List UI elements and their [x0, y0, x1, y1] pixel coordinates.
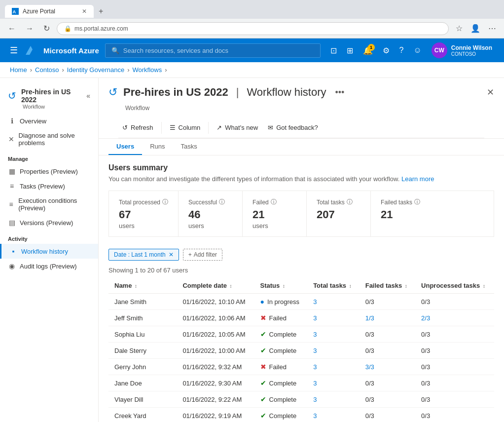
sidebar-item-tasks[interactable]: ≡ Tasks (Preview): [0, 179, 98, 193]
failed-tasks-link[interactable]: 1/3: [365, 314, 374, 322]
cloud-shell-button[interactable]: ⊡: [326, 42, 341, 59]
col-complete-date[interactable]: Complete date ↕: [177, 278, 254, 294]
user-profile[interactable]: CW Connie Wilson CONTOSO: [428, 40, 496, 60]
stat-label-total-processed: Total processed ⓘ: [119, 198, 168, 206]
refresh-button-toolbar[interactable]: ↺ Refresh: [118, 121, 157, 134]
sidebar-item-diagnose[interactable]: ✕ Diagnose and solve problems: [0, 128, 98, 150]
whats-new-button[interactable]: ↗ What's new: [213, 121, 262, 134]
total-tasks-link[interactable]: 3: [313, 396, 317, 403]
info-icon-total-processed[interactable]: ⓘ: [162, 198, 168, 206]
more-options-button[interactable]: ⋯: [485, 22, 499, 35]
feedback-button[interactable]: ☺: [409, 42, 425, 59]
info-icon-successful[interactable]: ⓘ: [219, 198, 225, 206]
col-unprocessed-tasks[interactable]: Unprocessed tasks ↕: [415, 278, 494, 294]
cell-status: ✔Complete: [254, 326, 308, 343]
col-status[interactable]: Status ↕: [254, 278, 308, 294]
unprocessed-tasks-value: 0/3: [421, 412, 430, 420]
cell-status: ✖Failed: [254, 359, 308, 375]
info-icon-failed[interactable]: ⓘ: [271, 198, 277, 206]
add-filter-button[interactable]: + Add filter: [183, 249, 222, 261]
cell-unprocessed: 2/3: [415, 310, 494, 326]
breadcrumb-home[interactable]: Home: [10, 66, 27, 74]
versions-icon: ▤: [8, 219, 16, 227]
breadcrumb-identity-governance[interactable]: Identity Governance: [67, 66, 124, 74]
main-content: ↺ Pre-hires in US 2022 | Workflow histor…: [99, 78, 504, 422]
sidebar-collapse-button[interactable]: «: [86, 92, 90, 100]
sidebar-subtitle: Workflow: [0, 104, 98, 110]
cell-name: Vlayer Dill: [108, 391, 177, 408]
properties-icon: ▦: [8, 167, 16, 175]
summary-section: Users summary You can monitor and invest…: [99, 155, 504, 245]
add-filter-icon: +: [188, 251, 192, 258]
sidebar-item-versions[interactable]: ▤ Versions (Preview): [0, 215, 98, 230]
tab-runs[interactable]: Runs: [142, 139, 173, 155]
close-tab-icon[interactable]: ✕: [82, 8, 87, 15]
column-button[interactable]: ☰ Column: [166, 121, 205, 134]
breadcrumb-workflows[interactable]: Workflows: [133, 66, 162, 74]
stat-failed: Failed ⓘ 21 users: [243, 191, 307, 236]
total-tasks-link[interactable]: 3: [313, 298, 317, 306]
sidebar-item-execution-conditions[interactable]: ≡ Execution conditions (Preview): [0, 193, 98, 215]
forward-button[interactable]: →: [23, 23, 36, 34]
breadcrumb: Home › Contoso › Identity Governance › W…: [0, 62, 504, 78]
total-tasks-link[interactable]: 3: [313, 380, 317, 387]
cell-status: ●In progress: [254, 294, 308, 310]
notifications-button[interactable]: 🔔 1: [359, 42, 377, 59]
info-icon-total-tasks[interactable]: ⓘ: [347, 198, 353, 206]
search-box[interactable]: 🔍: [105, 43, 321, 58]
col-name[interactable]: Name ↕: [108, 278, 177, 294]
cell-name: Jeff Smith: [108, 310, 177, 326]
tasks-icon: ≡: [8, 182, 16, 190]
feedback-toolbar-button[interactable]: ✉ Got feedback?: [264, 121, 322, 134]
total-tasks-link[interactable]: 3: [313, 331, 317, 338]
failed-tasks-value: 0/3: [365, 331, 374, 338]
main-layout: ↺ Pre-hires in US 2022 « Workflow ℹ Over…: [0, 78, 504, 422]
filter-chip-close[interactable]: ✕: [169, 251, 174, 258]
sidebar-item-overview[interactable]: ℹ Overview: [0, 114, 98, 128]
search-input[interactable]: [123, 47, 314, 54]
tab-users[interactable]: Users: [108, 139, 142, 155]
total-tasks-link[interactable]: 3: [313, 347, 317, 354]
cell-status: ✖Failed: [254, 310, 308, 326]
browser-tab[interactable]: A Azure Portal ✕: [5, 5, 94, 18]
hamburger-menu[interactable]: ☰: [8, 43, 20, 58]
col-failed-tasks[interactable]: Failed tasks ↕: [360, 278, 415, 294]
back-button[interactable]: ←: [5, 23, 19, 34]
sidebar-item-audit-logs[interactable]: ◉ Audit logs (Preview): [0, 259, 98, 273]
showing-text: Showing 1 to 20 of 67 users: [99, 265, 504, 278]
cell-failed: 0/3: [360, 343, 415, 359]
cell-failed: 0/3: [360, 408, 415, 422]
unprocessed-tasks-link[interactable]: 2/3: [421, 314, 430, 322]
info-icon-failed-tasks[interactable]: ⓘ: [414, 198, 420, 206]
sidebar-section-manage: Manage: [0, 150, 98, 164]
learn-more-link[interactable]: Learn more: [401, 175, 434, 183]
failed-tasks-link[interactable]: 3/3: [365, 363, 374, 371]
breadcrumb-contoso[interactable]: Contoso: [35, 66, 59, 74]
help-button[interactable]: ?: [396, 42, 408, 59]
portal-button[interactable]: ⊞: [343, 42, 357, 59]
date-filter-chip[interactable]: Date : Last 1 month ✕: [108, 249, 179, 261]
new-tab-button[interactable]: +: [94, 4, 108, 19]
refresh-button[interactable]: ↻: [40, 23, 53, 34]
sidebar-item-workflow-history[interactable]: ▪ Workflow history: [0, 244, 98, 259]
sidebar-item-properties[interactable]: ▦ Properties (Preview): [0, 164, 98, 179]
address-bar[interactable]: 🔒 ms.portal.azure.com: [57, 22, 449, 35]
cell-status: ✔Complete: [254, 343, 308, 359]
total-tasks-link[interactable]: 3: [313, 412, 317, 420]
cell-failed: 1/3: [360, 310, 415, 326]
profile-button[interactable]: 👤: [468, 22, 483, 35]
cell-name: Jane Smith: [108, 294, 177, 310]
settings-button[interactable]: ⚙: [379, 42, 394, 59]
col-total-tasks[interactable]: Total tasks ↕: [307, 278, 360, 294]
title-divider: |: [236, 86, 239, 99]
cell-failed: 0/3: [360, 326, 415, 343]
extensions-button[interactable]: ☆: [453, 22, 466, 35]
total-tasks-link[interactable]: 3: [313, 314, 317, 322]
total-tasks-link[interactable]: 3: [313, 363, 317, 371]
close-page-button[interactable]: ✕: [487, 87, 494, 98]
cell-unprocessed: 0/3: [415, 408, 494, 422]
table-row: Sophia Liu 01/16/2022, 10:05 AM ✔Complet…: [108, 326, 494, 343]
tab-tasks[interactable]: Tasks: [173, 139, 205, 155]
refresh-icon: ↺: [122, 124, 128, 131]
more-options-page-button[interactable]: •••: [332, 86, 347, 99]
